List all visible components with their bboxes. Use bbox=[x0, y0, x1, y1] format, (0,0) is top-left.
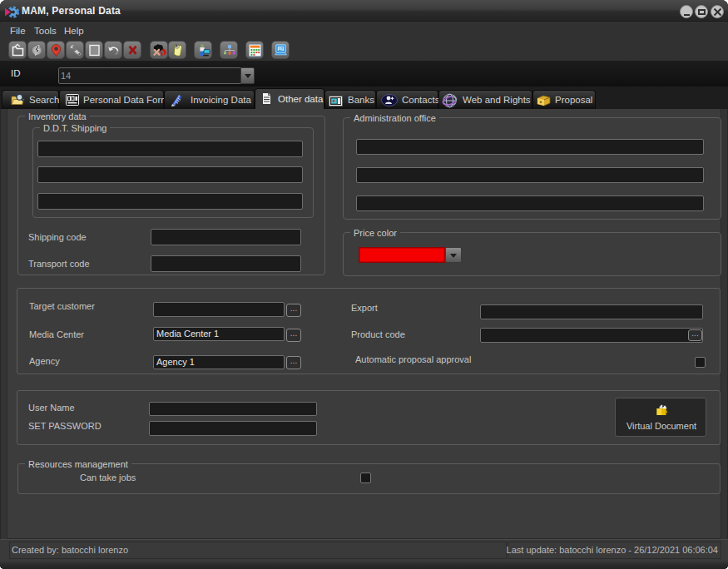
svg-text:17: 17 bbox=[279, 47, 284, 52]
